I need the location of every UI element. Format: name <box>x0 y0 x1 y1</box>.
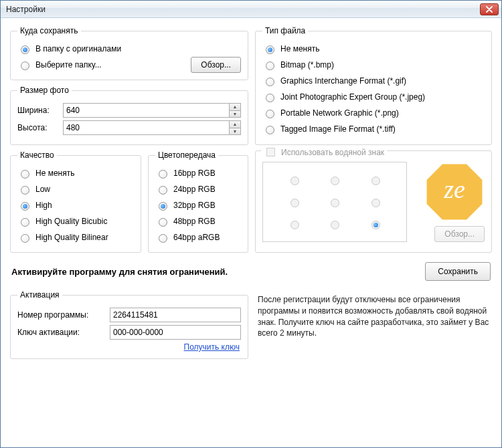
color-option-4[interactable]: 64bpp aRGB <box>155 229 241 245</box>
width-spin-down[interactable]: ▼ <box>229 111 241 118</box>
quality-label-2: High <box>35 201 52 210</box>
height-input[interactable] <box>63 120 229 135</box>
client-area: Куда сохранять В папку с оригиналами Выб… <box>1 18 501 447</box>
width-spin-up[interactable]: ▲ <box>229 103 241 111</box>
watermark-header: Использовать водяной знак <box>261 146 387 158</box>
program-number-row: Номер программы: <box>17 308 241 322</box>
color-radio-4[interactable] <box>159 234 167 243</box>
registration-info-text: После регистрации будут отключены все ог… <box>258 290 492 359</box>
quality-option-3[interactable]: High Quality Bicubic <box>17 213 134 229</box>
get-key-row: Получить ключ <box>17 342 241 352</box>
filetype-label-2: Graphics Interchange Format (*.gif) <box>280 76 406 86</box>
quality-option-0[interactable]: Не менять <box>17 165 134 181</box>
color-radio-0[interactable] <box>159 170 167 179</box>
filetype-label-4: Portable Network Graphic (*.png) <box>280 108 399 118</box>
filetype-label-0: Не менять <box>280 44 319 53</box>
watermark-enable-label: Использовать водяной знак <box>281 148 384 157</box>
watermark-pos-7 <box>331 221 339 229</box>
color-radio-1[interactable] <box>159 186 167 195</box>
activation-group: Активация Номер программы: Ключ активаци… <box>10 290 248 359</box>
quality-label-4: High Quality Bilinear <box>35 233 108 242</box>
color-radio-2[interactable] <box>159 202 167 211</box>
quality-option-1[interactable]: Low <box>17 181 134 197</box>
save-choose-option[interactable]: Выберите папку... <box>17 60 102 70</box>
activation-key-input[interactable] <box>110 325 241 340</box>
save-destination-legend: Куда сохранять <box>17 26 81 35</box>
filetype-option-2[interactable]: Graphics Interchange Format (*.gif) <box>262 73 485 89</box>
left-column: Куда сохранять В папку с оригиналами Выб… <box>10 26 248 145</box>
watermark-pos-0 <box>290 177 299 185</box>
height-spin-up[interactable]: ▲ <box>229 120 241 128</box>
photo-size-legend: Размер фото <box>17 86 72 95</box>
quality-option-2[interactable]: High <box>17 197 134 213</box>
width-row: Ширина: ▲ ▼ <box>17 103 241 118</box>
watermark-pos-6 <box>290 221 299 229</box>
quality-radio-4[interactable] <box>21 234 29 243</box>
close-icon <box>486 6 493 13</box>
quality-radio-3[interactable] <box>21 218 29 227</box>
color-label-0: 16bpp RGB <box>173 169 216 178</box>
quality-legend: Качество <box>17 150 57 160</box>
save-original-radio[interactable] <box>21 45 29 54</box>
quality-label-0: Не менять <box>35 169 74 178</box>
get-key-link[interactable]: Получить ключ <box>184 342 240 352</box>
watermark-pos-3 <box>290 199 299 207</box>
quality-label-3: High Quality Bicubic <box>35 217 107 226</box>
quality-radio-1[interactable] <box>21 186 29 195</box>
svg-text:ze: ze <box>443 175 465 203</box>
color-option-3[interactable]: 48bpp RGB <box>155 213 241 229</box>
color-legend: Цветопередача <box>155 150 218 160</box>
save-original-row[interactable]: В папку с оригиналами <box>17 41 241 57</box>
color-option-0[interactable]: 16bpp RGB <box>155 165 241 181</box>
filetype-radio-5[interactable] <box>266 126 274 134</box>
close-button[interactable] <box>480 3 499 15</box>
height-spin-down[interactable]: ▼ <box>229 128 241 136</box>
watermark-enable-checkbox <box>266 148 275 156</box>
filetype-radio-4[interactable] <box>266 110 274 118</box>
quality-radio-2[interactable] <box>21 202 29 211</box>
program-number-input[interactable] <box>110 308 241 322</box>
color-label-4: 64bpp aRGB <box>173 233 220 242</box>
color-group: Цветопередача 16bpp RGB 24bpp RGB 32bpp … <box>148 150 248 253</box>
filetype-radio-2[interactable] <box>266 78 274 86</box>
color-label-2: 32bpp RGB <box>173 201 216 210</box>
filetype-legend: Тип файла <box>262 26 308 35</box>
color-option-2[interactable]: 32bpp RGB <box>155 197 241 213</box>
color-label-3: 48bpp RGB <box>173 217 216 226</box>
save-choose-radio[interactable] <box>21 62 29 70</box>
filetype-option-0[interactable]: Не менять <box>262 41 485 57</box>
color-radio-3[interactable] <box>159 218 167 227</box>
activation-legend: Активация <box>17 290 62 300</box>
quality-radio-0[interactable] <box>21 170 29 179</box>
quality-option-4[interactable]: High Quality Bilinear <box>17 229 134 245</box>
watermark-area: ze Обзор... <box>262 162 485 242</box>
height-spinner-buttons: ▲ ▼ <box>229 120 241 135</box>
browse-folder-button[interactable]: Обзор... <box>191 57 241 73</box>
filetype-radio-0[interactable] <box>266 45 274 54</box>
watermark-pos-1 <box>331 177 339 185</box>
height-row: Высота: ▲ ▼ <box>17 120 241 135</box>
filetype-radio-3[interactable] <box>266 94 274 102</box>
filetype-option-1[interactable]: Bitmap (*.bmp) <box>262 57 485 73</box>
width-label: Ширина: <box>17 106 58 115</box>
filetype-option-4[interactable]: Portable Network Graphic (*.png) <box>262 105 485 121</box>
width-spinner: ▲ ▼ <box>63 103 241 118</box>
activation-message: Активируйте программу для снятия огранич… <box>11 267 228 277</box>
save-button[interactable]: Сохранить <box>425 262 491 281</box>
watermark-pos-8 <box>371 221 380 229</box>
photo-size-group: Размер фото Ширина: ▲ ▼ Высота: <box>10 86 248 145</box>
watermark-position-grid <box>262 162 407 242</box>
watermark-pos-5 <box>371 199 380 207</box>
save-destination-group: Куда сохранять В папку с оригиналами Выб… <box>10 26 248 80</box>
watermark-browse-button: Обзор... <box>434 226 485 242</box>
filetype-label-1: Bitmap (*.bmp) <box>280 60 334 70</box>
quality-group: Качество Не менять Low High High Quality… <box>10 150 141 253</box>
color-label-1: 24bpp RGB <box>173 185 216 194</box>
filetype-option-3[interactable]: Joint Photographic Expert Group (*.jpeg) <box>262 89 485 105</box>
save-original-label: В папку с оригиналами <box>35 44 121 53</box>
width-input[interactable] <box>63 103 229 118</box>
filetype-option-5[interactable]: Tagged Image File Format (*.tiff) <box>262 121 485 137</box>
filetype-radio-1[interactable] <box>266 62 274 70</box>
filetype-label-5: Tagged Image File Format (*.tiff) <box>280 124 396 134</box>
color-option-1[interactable]: 24bpp RGB <box>155 181 241 197</box>
